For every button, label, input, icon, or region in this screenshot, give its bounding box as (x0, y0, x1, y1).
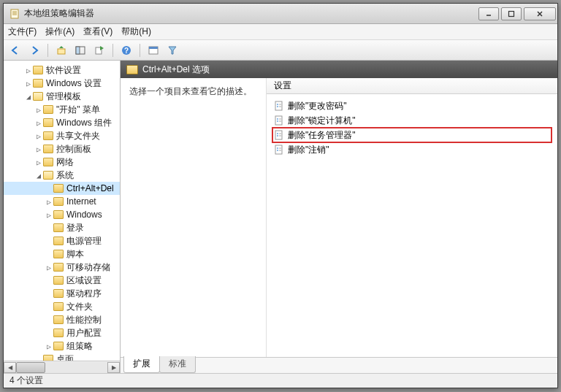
list-item[interactable]: 删除"任务管理器" (272, 128, 552, 142)
tree-node[interactable]: 性能控制 (4, 313, 120, 326)
list-item-label: 删除"注销" (288, 144, 329, 156)
folder-icon (53, 250, 64, 258)
up-button[interactable] (54, 43, 69, 58)
menu-file[interactable]: 文件(F) (8, 26, 37, 38)
close-button[interactable] (524, 7, 556, 20)
expand-icon[interactable]: ▷ (45, 264, 53, 272)
tree-node[interactable]: ▷Windows 设置 (4, 77, 120, 90)
tree-node-label: 性能控制 (66, 314, 102, 326)
menu-action[interactable]: 操作(A) (45, 26, 75, 38)
folder-icon (33, 79, 43, 88)
tree-node[interactable]: 登录 (4, 221, 120, 234)
minimize-button[interactable] (478, 7, 499, 20)
tree-scroll[interactable]: ▷软件设置▷Windows 设置◢管理模板▷"开始" 菜单▷Windows 组件… (4, 61, 120, 361)
svg-point-22 (277, 118, 278, 120)
tree-node-label: 桌面 (56, 353, 74, 361)
tree-node[interactable]: ▷组策略 (4, 339, 120, 353)
tab-standard[interactable]: 标准 (159, 356, 196, 373)
svg-rect-31 (275, 145, 282, 154)
list-item-label: 删除"更改密码" (288, 100, 347, 112)
tree-node-label: 管理模板 (46, 91, 81, 103)
folder-icon (53, 223, 64, 232)
menu-view[interactable]: 查看(V) (83, 26, 112, 38)
scroll-thumb[interactable] (16, 362, 45, 373)
svg-point-28 (277, 135, 278, 137)
folder-icon (53, 184, 64, 193)
tree-node[interactable]: ▷Internet (4, 195, 120, 208)
svg-point-27 (277, 133, 278, 134)
tree-node[interactable]: 桌面 (4, 353, 120, 361)
tree-node[interactable]: ▷可移动存储 (4, 261, 120, 274)
tree-node-label: 可移动存储 (66, 261, 110, 274)
expand-icon[interactable]: ▷ (45, 198, 53, 206)
scroll-right-button[interactable]: ▶ (107, 362, 120, 373)
maximize-button[interactable] (501, 7, 522, 20)
help-button[interactable]: ? (119, 43, 134, 58)
expand-icon[interactable]: ▷ (34, 145, 43, 153)
list-body: 删除"更改密码"删除"锁定计算机"删除"任务管理器"删除"注销" (267, 94, 557, 357)
tree-node[interactable]: 用户配置 (4, 326, 120, 339)
tree-hscrollbar[interactable]: ◀ ▶ (4, 361, 120, 373)
menu-help[interactable]: 帮助(H) (121, 26, 151, 38)
main-body: 选择一个项目来查看它的描述。 设置 删除"更改密码"删除"锁定计算机"删除"任务… (121, 78, 557, 357)
window-controls (478, 7, 556, 20)
tree-node[interactable]: Ctrl+Alt+Del (4, 182, 120, 195)
tree-node[interactable]: ◢系统 (4, 169, 120, 182)
tree-node[interactable]: 电源管理 (4, 234, 120, 247)
expand-icon[interactable]: ▷ (34, 132, 43, 140)
menubar: 文件(F) 操作(A) 查看(V) 帮助(H) (4, 24, 557, 40)
policy-icon (274, 145, 284, 155)
tree-node-label: 用户配置 (66, 327, 102, 339)
scroll-left-button[interactable]: ◀ (4, 362, 16, 373)
tree-node[interactable]: ▷软件设置 (4, 64, 120, 77)
path-label: Ctrl+Alt+Del 选项 (142, 64, 210, 76)
tree-node[interactable]: 区域设置 (4, 274, 120, 287)
expand-icon[interactable]: ◢ (34, 172, 43, 180)
folder-icon (53, 342, 64, 350)
policy-icon (274, 115, 284, 126)
svg-rect-16 (275, 101, 282, 110)
list-item[interactable]: 删除"更改密码" (272, 99, 552, 113)
folder-icon (43, 171, 53, 180)
tree-node-label: Windows 组件 (56, 117, 112, 129)
tree-node[interactable]: ▷共享文件夹 (4, 129, 120, 142)
expand-icon[interactable]: ▷ (34, 106, 43, 114)
folder-icon (53, 263, 64, 272)
expand-icon[interactable]: ▷ (34, 158, 43, 166)
tree-node-label: 网络 (56, 156, 74, 169)
tree-node[interactable]: 脚本 (4, 247, 120, 261)
expand-icon[interactable]: ▷ (34, 119, 43, 127)
svg-point-17 (277, 104, 278, 105)
tree-node[interactable]: ▷"开始" 菜单 (4, 103, 120, 116)
list-item[interactable]: 删除"注销" (272, 142, 552, 157)
scroll-track[interactable] (16, 362, 107, 373)
export-button[interactable] (92, 43, 107, 58)
tree-node[interactable]: ◢管理模板 (4, 90, 120, 103)
folder-icon (43, 118, 53, 127)
tree-node[interactable]: 驱动程序 (4, 287, 120, 300)
tree-node[interactable]: ▷网络 (4, 155, 120, 169)
tree-node-label: Windows (66, 210, 102, 220)
expand-icon[interactable]: ◢ (24, 93, 33, 101)
expand-icon[interactable]: ▷ (24, 80, 33, 88)
svg-text:?: ? (124, 47, 129, 55)
expand-icon[interactable]: ▷ (45, 211, 53, 219)
folder-icon (53, 302, 64, 311)
forward-button[interactable] (27, 43, 42, 58)
expand-icon[interactable]: ▷ (24, 66, 33, 74)
tree-node-label: 控制面板 (56, 143, 91, 155)
tab-extended[interactable]: 扩展 (123, 356, 160, 373)
tree-node[interactable]: ▷控制面板 (4, 142, 120, 155)
show-hide-tree-button[interactable] (73, 43, 88, 58)
tree-node[interactable]: ▷Windows 组件 (4, 116, 120, 129)
list-pane: 设置 删除"更改密码"删除"锁定计算机"删除"任务管理器"删除"注销" (267, 78, 557, 357)
tree-node-label: 共享文件夹 (56, 130, 100, 142)
properties-button[interactable] (146, 43, 161, 58)
expand-icon[interactable]: ▷ (45, 342, 53, 350)
list-item[interactable]: 删除"锁定计算机" (272, 113, 552, 128)
filter-button[interactable] (165, 43, 180, 58)
back-button[interactable] (8, 43, 23, 58)
tree-node[interactable]: 文件夹 (4, 300, 120, 313)
tree-node[interactable]: ▷Windows (4, 208, 120, 221)
list-header[interactable]: 设置 (267, 78, 557, 94)
